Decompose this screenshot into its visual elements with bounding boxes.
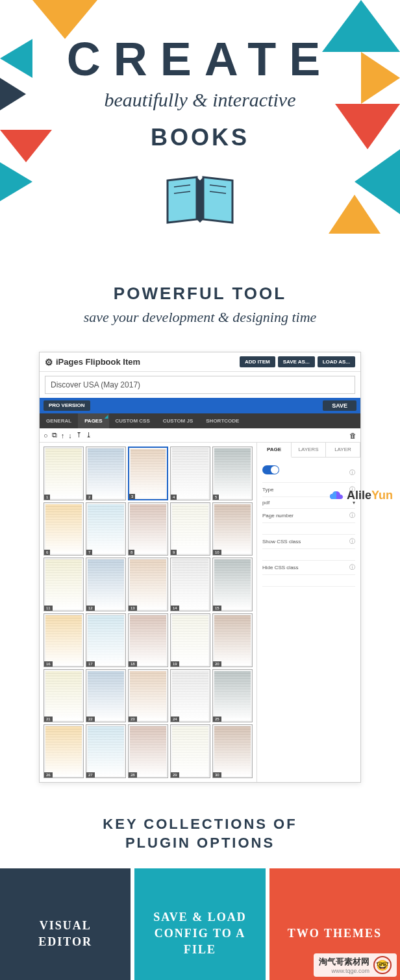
page-thumbnail[interactable]: 10	[212, 502, 253, 556]
info-icon[interactable]: ⓘ	[349, 537, 355, 546]
page-thumbnail[interactable]: 15	[212, 557, 253, 611]
powerful-title: POWERFUL TOOL	[13, 284, 387, 304]
key-collections-section: KEY COLLECTIONS OFPLUGIN OPTIONS	[0, 796, 400, 868]
key-title: KEY COLLECTIONS OFPLUGIN OPTIONS	[13, 815, 387, 852]
powerful-section: POWERFUL TOOL save your development & de…	[0, 264, 400, 339]
main-tabs: GENERALPAGES◢CUSTOM CSSCUSTOM JSSHORTCOD…	[40, 413, 360, 428]
page-thumbnail[interactable]: 16	[44, 613, 84, 667]
topbar: PRO VERSION SAVE	[40, 398, 360, 413]
item-name-input[interactable]: Discover USA (May 2017)	[45, 376, 355, 394]
decor-triangle	[361, 52, 400, 104]
feature-save-load: SAVE & LOAD CONFIG TO A FILE	[134, 868, 265, 980]
page-thumbnail[interactable]: 9	[170, 502, 210, 556]
page-thumbnail[interactable]: 3	[128, 447, 168, 500]
move-top-icon[interactable]: ⤒	[76, 431, 82, 439]
move-down-icon[interactable]: ↓	[68, 432, 72, 439]
info-icon[interactable]: ⓘ	[349, 511, 355, 520]
hero-subtitle: beautifully & interactive	[13, 89, 387, 111]
page-thumbnail[interactable]: 4	[170, 447, 210, 500]
page-thumbnail[interactable]: 14	[170, 557, 210, 611]
decor-triangle	[0, 130, 52, 162]
page-thumbnail[interactable]: 26	[44, 724, 84, 778]
page-thumbnail[interactable]: 11	[44, 557, 84, 611]
save-as-button[interactable]: SAVE AS...	[278, 356, 315, 367]
book-icon	[161, 171, 239, 232]
load-as-button[interactable]: LOAD AS...	[318, 356, 355, 367]
footer-watermark: 淘气哥素材网www.tqge.com 🤓	[314, 953, 397, 977]
tab-general[interactable]: GENERAL	[40, 413, 78, 428]
hide-css-row: Hide CSS classⓘ	[262, 561, 355, 575]
page-thumbnail[interactable]: 29	[170, 724, 210, 778]
hero-books: BOOKS	[13, 124, 387, 151]
page-thumbnail[interactable]: 22	[86, 669, 126, 723]
page-thumbnail[interactable]: 21	[44, 669, 84, 723]
decor-triangle	[0, 162, 32, 201]
page-toolbar: ○ ⧉ ↑ ↓ ⤒ ⤓ 🗑	[40, 428, 360, 443]
tab-custom-js[interactable]: CUSTOM JS	[156, 413, 200, 428]
enable-toggle[interactable]	[262, 465, 279, 474]
page-thumbnail[interactable]: 19	[170, 613, 210, 667]
page-thumbnail[interactable]: 28	[128, 724, 168, 778]
prop-tab-layer[interactable]: LAYER	[326, 443, 360, 457]
hero-section: CREATE beautifully & interactive BOOKS	[0, 0, 400, 264]
move-bottom-icon[interactable]: ⤓	[86, 431, 92, 439]
info-icon[interactable]: ⓘ	[349, 469, 355, 477]
prop-tab-layers[interactable]: LAYERS	[292, 443, 326, 457]
page-number-input[interactable]	[262, 523, 355, 535]
page-number-row: Page numberⓘ	[262, 509, 355, 523]
gear-icon: ⚙	[45, 357, 53, 367]
page-thumbnail[interactable]: 17	[86, 613, 126, 667]
show-css-row: Show CSS classⓘ	[262, 535, 355, 549]
content-area: 1234567891011121314151617181920212223242…	[40, 443, 360, 782]
feature-visual-editor: VISUAL EDITOR	[0, 868, 131, 980]
pro-version-badge[interactable]: PRO VERSION	[44, 400, 90, 411]
page-thumbnail[interactable]: 24	[170, 669, 210, 723]
decor-triangle	[329, 195, 381, 234]
page-thumbnail[interactable]: 30	[212, 724, 253, 778]
page-thumbnail[interactable]: 7	[86, 502, 126, 556]
powerful-tagline: save your development & designing time	[13, 309, 387, 326]
page-thumbnail[interactable]: 23	[128, 669, 168, 723]
page-thumbnails: 1234567891011121314151617181920212223242…	[40, 443, 256, 782]
app-header: ⚙ iPages Flipbook Item ADD ITEM SAVE AS.…	[40, 352, 360, 372]
decor-triangle	[322, 0, 400, 52]
prop-tabs: PAGELAYERSLAYER	[257, 443, 360, 458]
copy-icon[interactable]: ⧉	[52, 431, 57, 439]
cloud-icon	[329, 490, 344, 502]
watermark: AlileYun	[329, 489, 393, 502]
add-item-button[interactable]: ADD ITEM	[240, 356, 275, 367]
page-thumbnail[interactable]: 5	[212, 447, 253, 500]
page-thumbnail[interactable]: 20	[212, 613, 253, 667]
mascot-icon: 🤓	[373, 956, 392, 974]
page-thumbnail[interactable]: 8	[128, 502, 168, 556]
tab-pages[interactable]: PAGES◢	[78, 413, 108, 428]
delete-icon[interactable]: 🗑	[349, 432, 356, 439]
info-icon[interactable]: ⓘ	[349, 563, 355, 572]
app-window: ⚙ iPages Flipbook Item ADD ITEM SAVE AS.…	[39, 352, 361, 783]
add-icon[interactable]: ○	[44, 432, 48, 439]
page-thumbnail[interactable]: 1	[44, 447, 84, 500]
show-css-input[interactable]	[262, 549, 355, 561]
page-thumbnail[interactable]: 27	[86, 724, 126, 778]
decor-triangle	[32, 0, 97, 39]
app-title: ⚙ iPages Flipbook Item	[45, 357, 240, 367]
decor-triangle	[335, 104, 400, 149]
save-button[interactable]: SAVE	[323, 400, 356, 411]
page-thumbnail[interactable]: 18	[128, 613, 168, 667]
page-thumbnail[interactable]: 6	[44, 502, 84, 556]
decor-triangle	[0, 78, 26, 110]
hide-css-input[interactable]	[262, 575, 355, 587]
page-thumbnail[interactable]: 2	[86, 447, 126, 500]
page-thumbnail[interactable]: 12	[86, 557, 126, 611]
page-thumbnail[interactable]: 25	[212, 669, 253, 723]
tab-shortcode[interactable]: SHORTCODE	[199, 413, 245, 428]
prop-tab-page[interactable]: PAGE	[257, 443, 292, 458]
move-up-icon[interactable]: ↑	[61, 432, 65, 439]
page-thumbnail[interactable]: 13	[128, 557, 168, 611]
decor-triangle	[0, 39, 32, 78]
tab-custom-css[interactable]: CUSTOM CSS	[109, 413, 156, 428]
